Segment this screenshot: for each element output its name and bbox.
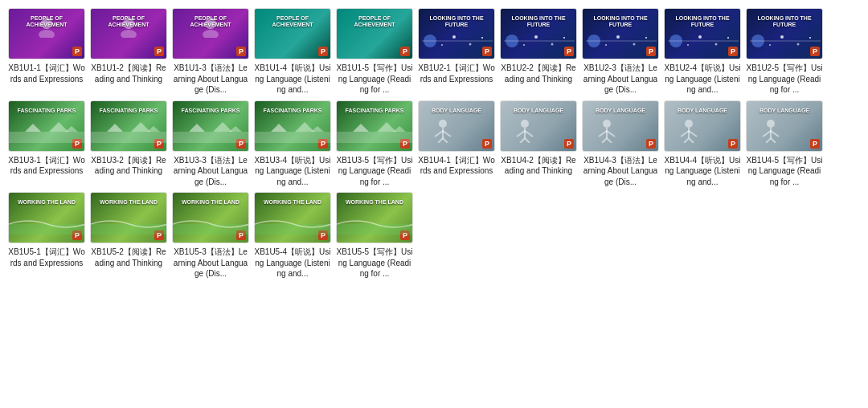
thumbnail: BODY LANGUAGE P <box>664 100 741 152</box>
svg-point-33 <box>797 43 800 46</box>
svg-point-3 <box>121 30 137 38</box>
svg-rect-52 <box>337 132 413 143</box>
file-label: XB1U2-2【阅读】Reading and Thinking <box>500 63 577 84</box>
svg-rect-88 <box>173 224 249 235</box>
thumbnail: FASCINATING PARKS P <box>254 100 331 152</box>
svg-point-20 <box>616 35 620 39</box>
file-label: XB1U2-4【听说】Using Language (Listening and… <box>664 63 741 96</box>
svg-marker-41 <box>107 124 123 132</box>
svg-rect-48 <box>255 132 331 143</box>
file-label: XB1U4-2【阅读】Reading and Thinking <box>500 155 577 177</box>
svg-point-17 <box>523 44 525 46</box>
svg-marker-51 <box>311 126 324 132</box>
svg-point-35 <box>769 44 771 46</box>
svg-marker-43 <box>147 126 160 132</box>
svg-point-80 <box>767 120 775 128</box>
svg-marker-39 <box>65 126 78 132</box>
svg-point-27 <box>715 43 718 46</box>
file-label: XB1U2-1【词汇】Words and Expressions <box>418 63 495 84</box>
thumbnail: PEOPLE OF ACHIEVEMENT P <box>8 8 85 59</box>
thumbnail: PEOPLE OF ACHIEVEMENT P <box>254 8 331 59</box>
thumbnail: BODY LANGUAGE P <box>746 100 823 152</box>
list-item[interactable]: FASCINATING PARKS P XB1U3-3【语法】Learning … <box>172 100 249 188</box>
list-item[interactable]: PEOPLE OF ACHIEVEMENT P XB1U1-4【听说】Using… <box>254 8 331 96</box>
svg-rect-89 <box>255 224 331 235</box>
list-item[interactable]: FASCINATING PARKS P XB1U3-1【词汇】Words and… <box>8 100 85 188</box>
svg-point-22 <box>645 37 647 39</box>
list-item[interactable]: FASCINATING PARKS P XB1U3-4【听说】Using Lan… <box>254 100 331 188</box>
list-item[interactable]: FASCINATING PARKS P XB1U3-5【写作】Using Lan… <box>336 100 413 188</box>
list-item[interactable]: PEOPLE OF ACHIEVEMENT P XB1U1-1【词汇】Words… <box>8 8 85 96</box>
list-item[interactable]: PEOPLE OF ACHIEVEMENT P XB1U1-5【写作】Using… <box>336 8 413 96</box>
svg-line-85 <box>771 138 776 143</box>
list-item[interactable]: BODY LANGUAGE P XB1U4-1【词汇】Words and Exp… <box>418 100 495 188</box>
file-label: XB1U4-4【听说】Using Language (Listening and… <box>664 155 741 188</box>
svg-marker-45 <box>189 124 205 132</box>
file-label: XB1U3-2【阅读】Reading and Thinking <box>90 155 167 177</box>
svg-marker-46 <box>213 122 232 132</box>
list-item[interactable]: LOOKING INTO THE FUTURE P XB1U2-5【写作】Usi… <box>746 8 823 96</box>
svg-point-23 <box>605 44 607 46</box>
list-item[interactable]: WORKING THE LAND P XB1U5-3【语法】Learning A… <box>172 192 249 279</box>
svg-point-26 <box>698 35 702 39</box>
thumbnail: FASCINATING PARKS P <box>90 100 167 152</box>
list-item[interactable]: LOOKING INTO THE FUTURE P XB1U2-2【阅读】Rea… <box>500 8 577 96</box>
file-label: XB1U3-4【听说】Using Language (Listening and… <box>254 155 331 188</box>
svg-line-70 <box>599 131 607 137</box>
list-item[interactable]: WORKING THE LAND P XB1U5-2【阅读】Reading an… <box>90 192 167 279</box>
thumbnail: WORKING THE LAND P <box>8 192 85 243</box>
svg-line-61 <box>443 138 448 143</box>
list-item[interactable]: BODY LANGUAGE P XB1U4-4【听说】Using Languag… <box>664 100 741 188</box>
svg-line-60 <box>438 138 443 143</box>
file-label: XB1U1-1【词汇】Words and Expressions <box>8 63 85 84</box>
ppt-badge: P <box>646 139 656 149</box>
list-item[interactable]: FASCINATING PARKS P XB1U3-2【阅读】Reading a… <box>90 100 167 188</box>
svg-line-67 <box>525 138 530 143</box>
list-item[interactable]: PEOPLE OF ACHIEVEMENT P XB1U1-3【语法】Learn… <box>172 8 249 96</box>
svg-marker-49 <box>271 124 287 132</box>
svg-point-10 <box>481 37 483 39</box>
svg-marker-37 <box>25 124 41 132</box>
list-item[interactable]: WORKING THE LAND P XB1U5-4【听说】Using Lang… <box>254 192 331 279</box>
list-item[interactable]: BODY LANGUAGE P XB1U4-2【阅读】Reading and T… <box>500 100 577 188</box>
svg-line-76 <box>681 131 689 137</box>
file-label: XB1U5-2【阅读】Reading and Thinking <box>90 247 167 268</box>
svg-point-16 <box>563 37 565 39</box>
svg-marker-53 <box>353 124 369 132</box>
ppt-badge: P <box>236 47 246 56</box>
svg-point-11 <box>441 44 443 46</box>
file-label: XB1U2-5【写作】Using Language (Reading for .… <box>746 63 823 96</box>
svg-point-5 <box>203 30 219 38</box>
list-item[interactable]: LOOKING INTO THE FUTURE P XB1U2-3【语法】Lea… <box>582 8 659 96</box>
list-item[interactable]: WORKING THE LAND P XB1U5-1【词汇】Words and … <box>8 192 85 279</box>
list-item[interactable]: PEOPLE OF ACHIEVEMENT P XB1U1-2【阅读】Readi… <box>90 8 167 96</box>
ppt-badge: P <box>72 47 82 56</box>
thumbnail: LOOKING INTO THE FUTURE P <box>500 8 577 59</box>
svg-point-74 <box>685 120 693 128</box>
file-label: XB1U1-3【语法】Learning About Language (Dis.… <box>172 63 249 96</box>
svg-point-15 <box>551 43 554 46</box>
file-label: XB1U5-1【词汇】Words and Expressions <box>8 247 85 268</box>
thumbnail: WORKING THE LAND P <box>336 192 413 243</box>
list-item[interactable]: BODY LANGUAGE P XB1U4-5【写作】Using Languag… <box>746 100 823 188</box>
list-item[interactable]: LOOKING INTO THE FUTURE P XB1U2-4【听说】Usi… <box>664 8 741 96</box>
file-grid: PEOPLE OF ACHIEVEMENT P XB1U1-1【词汇】Words… <box>8 8 860 279</box>
thumbnail: BODY LANGUAGE P <box>582 100 659 152</box>
thumbnail: LOOKING INTO THE FUTURE P <box>746 8 823 59</box>
ppt-badge: P <box>318 47 328 56</box>
svg-line-82 <box>763 131 771 137</box>
ppt-badge: P <box>728 139 738 149</box>
svg-point-62 <box>521 120 529 128</box>
list-item[interactable]: WORKING THE LAND P XB1U5-5【写作】Using Lang… <box>336 192 413 279</box>
list-item[interactable]: BODY LANGUAGE P XB1U4-3【语法】Learning Abou… <box>582 100 659 188</box>
svg-point-29 <box>687 44 689 46</box>
thumbnail: FASCINATING PARKS P <box>172 100 249 152</box>
file-label: XB1U4-5【写作】Using Language (Reading for .… <box>746 155 823 188</box>
list-item[interactable]: LOOKING INTO THE FUTURE P XB1U2-1【词汇】Wor… <box>418 8 495 96</box>
thumbnail: LOOKING INTO THE FUTURE P <box>418 8 495 59</box>
svg-line-64 <box>517 131 525 137</box>
svg-point-28 <box>727 37 729 39</box>
svg-line-58 <box>435 131 443 137</box>
ppt-badge: P <box>810 139 820 149</box>
svg-rect-44 <box>173 132 249 143</box>
